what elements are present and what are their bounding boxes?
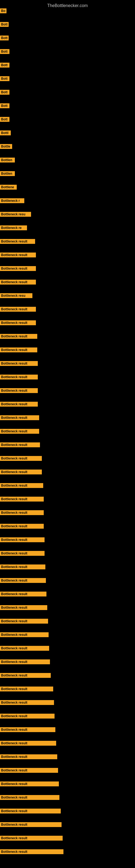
bottleneck-label: Bottlen: [0, 158, 15, 162]
bottleneck-item: Bottleneck result: [0, 496, 44, 501]
bottleneck-label: Bott: [0, 63, 9, 67]
bottleneck-label: Bottleneck resu: [0, 293, 32, 298]
bottleneck-label: Bottleneck result: [0, 307, 36, 312]
bottleneck-label: Bottleneck result: [0, 564, 45, 569]
bottleneck-item: Bottlen: [0, 157, 15, 162]
bottleneck-item: Bottleneck result: [0, 307, 36, 312]
bottleneck-item: Bott: [0, 76, 9, 81]
bottleneck-item: Bottleneck result: [0, 659, 50, 664]
bottleneck-label: Bottleneck result: [0, 849, 63, 854]
bottleneck-label: Bottleneck result: [0, 727, 55, 732]
bottleneck-item: Bottleneck result: [0, 361, 38, 366]
bottleneck-label: Bott: [0, 35, 9, 40]
bottleneck-label: Bottleneck result: [0, 510, 44, 515]
bottleneck-item: Bottleneck result: [0, 483, 43, 488]
bottleneck-item: Bottleneck result: [0, 442, 40, 447]
bottleneck-label: Bottleneck result: [0, 388, 38, 393]
bottleneck-item: Bottleneck result: [0, 469, 42, 474]
bottleneck-label: Bottleneck result: [0, 320, 36, 325]
bottleneck-label: Bottleneck result: [0, 334, 37, 339]
bottleneck-label: Bottleneck result: [0, 537, 45, 542]
bottleneck-item: Bott: [0, 35, 9, 40]
bottleneck-item: Bottleneck result: [0, 578, 46, 583]
bottleneck-label: Bottleneck result: [0, 483, 43, 488]
bottleneck-item: Bottleneck result: [0, 686, 53, 691]
bottleneck-label: Bottleneck result: [0, 456, 42, 461]
bottleneck-item: Bottleneck r: [0, 198, 24, 203]
bottleneck-label: Bott: [0, 103, 9, 108]
bottleneck-item: Bott: [0, 103, 9, 108]
bottleneck-item: Bottleneck result: [0, 374, 38, 379]
bottleneck-label: Bottleneck result: [0, 524, 44, 529]
site-title: TheBottlenecker.com: [0, 1, 135, 10]
bottleneck-label: Bottleneck result: [0, 700, 54, 705]
bottleneck-item: Bottlen: [0, 171, 15, 176]
bottleneck-label: Bottleneck result: [0, 497, 44, 501]
bottleneck-item: Bottleneck result: [0, 618, 48, 624]
bottleneck-label: Bottleneck result: [0, 239, 35, 244]
bottleneck-item: Bottle: [0, 144, 12, 149]
bottleneck-label: Bottleneck result: [0, 754, 57, 759]
bottleneck-item: Bottlene: [0, 184, 17, 190]
bottleneck-label: Bottleneck r: [0, 198, 24, 203]
bottleneck-item: Bottleneck result: [0, 849, 63, 854]
bottleneck-item: Bottleneck result: [0, 700, 54, 705]
bottleneck-item: Bott: [0, 117, 9, 122]
bottleneck-item: Bottleneck result: [0, 524, 44, 529]
bottleneck-item: Bottleneck result: [0, 713, 54, 718]
bottleneck-label: Bottleneck resu: [0, 212, 31, 217]
bottleneck-item: Bottleneck result: [0, 754, 57, 759]
bottleneck-item: Bott: [0, 49, 9, 54]
bottleneck-label: Bott: [0, 22, 9, 27]
bottleneck-label: Bottleneck result: [0, 266, 36, 271]
bottleneck-item: Bottleneck result: [0, 347, 37, 352]
bottleneck-label: Bottleneck result: [0, 361, 38, 366]
bottleneck-label: Bottleneck result: [0, 659, 50, 664]
bottleneck-item: Bottleneck result: [0, 429, 39, 434]
bottleneck-label: Bottleneck result: [0, 280, 36, 284]
bottleneck-item: Bottleneck result: [0, 646, 49, 651]
bottleneck-label: Bott: [0, 76, 9, 81]
bottleneck-label: Bottleneck result: [0, 714, 54, 718]
bottleneck-item: Bottleneck result: [0, 727, 55, 732]
bottleneck-item: Bottleneck result: [0, 835, 63, 841]
bottleneck-item: Bo: [0, 8, 6, 13]
bottleneck-item: Bottleneck result: [0, 551, 45, 556]
bottleneck-label: Bottleneck result: [0, 469, 42, 474]
bottleneck-item: Bottleneck result: [0, 781, 59, 786]
bottleneck-label: Bottleneck result: [0, 619, 48, 624]
bottleneck-item: Bottleneck resu: [0, 293, 32, 298]
bottleneck-item: Bottleneck result: [0, 795, 59, 800]
bottleneck-label: Bottleneck result: [0, 836, 63, 841]
bottleneck-item: Bott: [0, 90, 9, 95]
bottleneck-item: Bottleneck result: [0, 266, 36, 271]
bottleneck-label: Bott: [0, 117, 9, 122]
bottleneck-item: Bottleneck result: [0, 334, 37, 339]
bottleneck-label: Bottleneck result: [0, 429, 39, 434]
bottleneck-item: Bottleneck result: [0, 320, 36, 325]
bottleneck-label: Bottleneck result: [0, 673, 51, 678]
bottleneck-item: Bottleneck result: [0, 605, 47, 610]
bottleneck-item: Bottleneck result: [0, 388, 38, 393]
bottleneck-label: Bottleneck result: [0, 809, 61, 813]
bottleneck-item: Bottleneck re: [0, 225, 27, 230]
bottleneck-label: Bottleneck result: [0, 781, 59, 786]
bottleneck-item: Bottleneck result: [0, 415, 39, 420]
bottleneck-label: Bottleneck result: [0, 768, 58, 773]
bottleneck-item: Bott: [0, 62, 9, 67]
bottleneck-label: Bottleneck result: [0, 646, 49, 651]
bottleneck-label: Bott: [0, 49, 9, 54]
bottleneck-label: Bottleneck result: [0, 605, 47, 610]
bottleneck-label: Bottleneck re: [0, 225, 27, 230]
bottleneck-label: Bottleneck result: [0, 741, 56, 746]
bottleneck-label: Bottle: [0, 144, 12, 149]
bottleneck-label: Bottleneck result: [0, 252, 36, 257]
bottleneck-item: Bottleneck result: [0, 279, 36, 284]
bottleneck-label: Bo: [0, 8, 6, 13]
bottleneck-item: Bottleneck result: [0, 673, 51, 678]
bottleneck-label: Bottleneck result: [0, 822, 61, 827]
bottleneck-item: Bottleneck result: [0, 741, 56, 746]
bottleneck-item: Bottleneck result: [0, 591, 46, 596]
bottleneck-label: Bott: [0, 90, 9, 95]
bottleneck-label: Bottleneck result: [0, 551, 45, 556]
